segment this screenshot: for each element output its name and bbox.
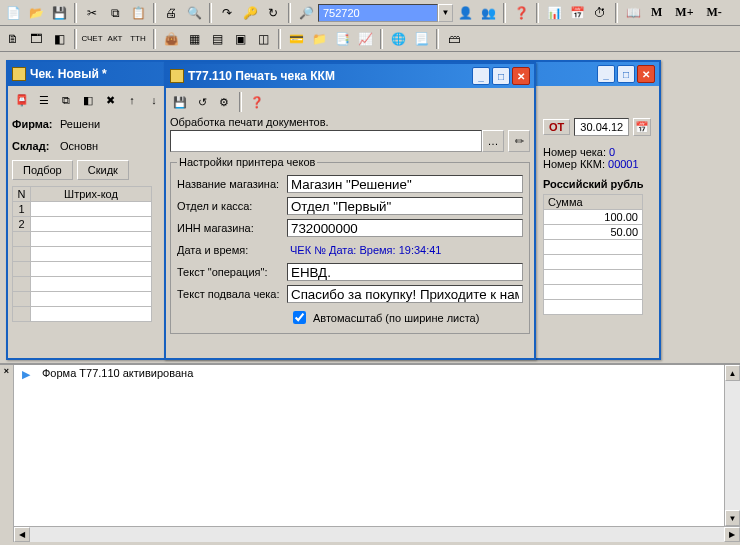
- minimize-button[interactable]: _: [597, 65, 615, 83]
- grid4-icon[interactable]: ◫: [252, 28, 274, 50]
- store-name-input[interactable]: [287, 175, 523, 193]
- tool-e-icon[interactable]: АКТ: [104, 28, 126, 50]
- dialog-toolbar: 💾 ↺ ⚙ ❓: [170, 92, 530, 112]
- save-icon[interactable]: 💾: [48, 2, 70, 24]
- list3-icon[interactable]: ◧: [78, 90, 98, 110]
- tool-c-icon[interactable]: ◧: [48, 28, 70, 50]
- tool-a-icon[interactable]: 🗎: [2, 28, 24, 50]
- podbor-button[interactable]: Подбор: [12, 160, 73, 180]
- row-1-barcode[interactable]: [31, 202, 152, 217]
- grid3-icon[interactable]: ▣: [229, 28, 251, 50]
- document-input[interactable]: [170, 130, 482, 152]
- calc-icon[interactable]: 📊: [543, 2, 565, 24]
- operation-input[interactable]: [287, 263, 523, 281]
- post-icon[interactable]: 📮: [12, 90, 32, 110]
- scroll-right-icon[interactable]: ▶: [724, 527, 740, 542]
- find-next-icon[interactable]: 👤: [454, 2, 476, 24]
- message-close-icon[interactable]: ×: [3, 365, 10, 377]
- memory-mminus-button[interactable]: M-: [701, 2, 728, 24]
- dialog-titlebar[interactable]: T77.110 Печать чека ККМ _ □ ✕: [166, 64, 534, 88]
- key-icon[interactable]: 🔑: [239, 2, 261, 24]
- tool-d-icon[interactable]: СЧЕТ: [81, 28, 103, 50]
- copy-icon[interactable]: ⧉: [104, 2, 126, 24]
- nomer-cheka-value[interactable]: 0: [609, 146, 615, 158]
- bag-icon[interactable]: 👜: [160, 28, 182, 50]
- search-input[interactable]: [318, 4, 438, 22]
- paste-icon[interactable]: 📋: [127, 2, 149, 24]
- up-icon[interactable]: ↑: [122, 90, 142, 110]
- dialog-close-button[interactable]: ✕: [512, 67, 530, 85]
- scroll-down-icon[interactable]: ▼: [725, 510, 740, 526]
- undo-icon[interactable]: ↷: [216, 2, 238, 24]
- calendar-icon[interactable]: 📅: [566, 2, 588, 24]
- open-icon[interactable]: 📂: [25, 2, 47, 24]
- maximize-button[interactable]: □: [617, 65, 635, 83]
- barcode-table[interactable]: N Штрих-код 1 2: [12, 186, 152, 322]
- grid1-icon[interactable]: ▦: [183, 28, 205, 50]
- tool-b-icon[interactable]: 🗔: [25, 28, 47, 50]
- cut-icon[interactable]: ✂: [81, 2, 103, 24]
- find-icon[interactable]: 🔎: [295, 2, 317, 24]
- nomer-kkm-label: Номер ККМ:: [543, 158, 605, 170]
- autoscale-checkbox[interactable]: [293, 311, 306, 324]
- calendar-picker-icon[interactable]: 📅: [633, 118, 651, 136]
- currency-label: Российский рубль: [543, 178, 653, 190]
- app-icon[interactable]: 🗃: [443, 28, 465, 50]
- search-combo[interactable]: ▼: [318, 4, 453, 22]
- message-gutter: ×: [0, 365, 14, 542]
- close-button[interactable]: ✕: [637, 65, 655, 83]
- nomer-kkm-value[interactable]: 00001: [608, 158, 639, 170]
- col-sum-header[interactable]: Сумма: [544, 195, 643, 210]
- settings-form-icon[interactable]: ⚙: [214, 92, 234, 112]
- find-prev-icon[interactable]: 👥: [477, 2, 499, 24]
- row-2-barcode[interactable]: [31, 217, 152, 232]
- list1-icon[interactable]: ☰: [34, 90, 54, 110]
- scroll-up-icon[interactable]: ▲: [725, 365, 740, 381]
- preview-icon[interactable]: 🔍: [183, 2, 205, 24]
- report-icon[interactable]: 📑: [331, 28, 353, 50]
- sklad-label: Склад:: [12, 140, 60, 152]
- list2-icon[interactable]: ⧉: [56, 90, 76, 110]
- inn-input[interactable]: [287, 219, 523, 237]
- date-input[interactable]: [574, 118, 629, 136]
- grid2-icon[interactable]: ▤: [206, 28, 228, 50]
- dialog-minimize-button[interactable]: _: [472, 67, 490, 85]
- time-icon[interactable]: ⏱: [589, 2, 611, 24]
- refresh-icon[interactable]: ↻: [262, 2, 284, 24]
- folder-icon[interactable]: 📁: [308, 28, 330, 50]
- footer-input[interactable]: [287, 285, 523, 303]
- chart-icon[interactable]: 📈: [354, 28, 376, 50]
- tool-f-icon[interactable]: ТТН: [127, 28, 149, 50]
- message-hscrollbar[interactable]: ◀ ▶: [14, 526, 740, 542]
- doc-icon[interactable]: 📃: [410, 28, 432, 50]
- clear-button[interactable]: ✏: [508, 130, 530, 152]
- print-icon[interactable]: 🖨: [160, 2, 182, 24]
- book-icon[interactable]: 📖: [622, 2, 644, 24]
- col-barcode-header[interactable]: Штрих-код: [31, 187, 152, 202]
- message-arrow-icon: ▶: [22, 368, 30, 381]
- search-dropdown-icon[interactable]: ▼: [438, 4, 453, 22]
- message-vscrollbar[interactable]: ▲ ▼: [724, 365, 740, 526]
- memory-mplus-button[interactable]: M+: [669, 2, 699, 24]
- sum-row-2[interactable]: 50.00: [544, 225, 643, 240]
- ellipsis-button[interactable]: …: [482, 130, 504, 152]
- help-icon[interactable]: ❓: [510, 2, 532, 24]
- processing-label: Обработка печати документов.: [170, 116, 530, 128]
- scroll-left-icon[interactable]: ◀: [14, 527, 30, 542]
- card-icon[interactable]: 💳: [285, 28, 307, 50]
- new-icon[interactable]: 📄: [2, 2, 24, 24]
- dept-input[interactable]: [287, 197, 523, 215]
- memory-m-button[interactable]: M: [645, 2, 668, 24]
- document-selector[interactable]: … ✏: [170, 130, 530, 152]
- help-form-icon[interactable]: ❓: [247, 92, 267, 112]
- save-form-icon[interactable]: 💾: [170, 92, 190, 112]
- dialog-maximize-button[interactable]: □: [492, 67, 510, 85]
- restore-form-icon[interactable]: ↺: [192, 92, 212, 112]
- sum-row-1[interactable]: 100.00: [544, 210, 643, 225]
- down-icon[interactable]: ↓: [144, 90, 164, 110]
- globe-icon[interactable]: 🌐: [387, 28, 409, 50]
- skidki-button[interactable]: Скидк: [77, 160, 129, 180]
- sklad-value: Основн: [60, 140, 98, 152]
- sum-table[interactable]: Сумма 100.00 50.00: [543, 194, 643, 315]
- delete-icon[interactable]: ✖: [100, 90, 120, 110]
